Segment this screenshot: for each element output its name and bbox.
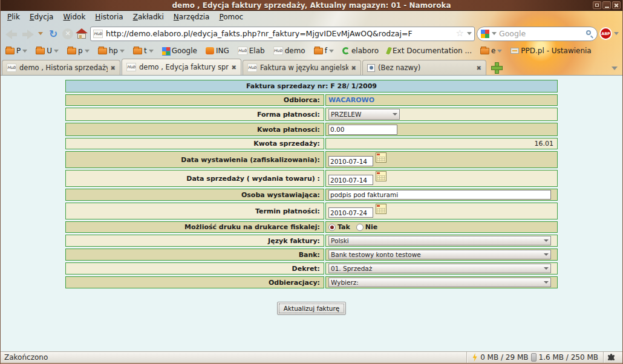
tab-favicon-icon: Hub	[247, 63, 257, 72]
folder-icon	[36, 48, 45, 54]
tab-bez-nazwy[interactable]: (Bez nazwy) ✖	[362, 60, 486, 75]
chevron-down-icon	[85, 50, 90, 53]
elaboro-icon	[342, 47, 350, 54]
tab-favicon-icon: Hub	[7, 63, 16, 72]
location-bar[interactable]: Hub http://demo.elaboro.pl/edycja_fakts.…	[90, 27, 475, 41]
aktualizuj-fakture-button[interactable]: Aktualizuj fakturę	[277, 302, 347, 315]
calendar-icon[interactable]	[376, 152, 387, 163]
form-row-data-wystawienia: Data wystawienia (zafiskalizowania):	[65, 151, 558, 168]
forma-platnosci-select[interactable]: PRZELEW	[328, 109, 400, 120]
network-usage-segment: 0 MB / 29 MB 1.6 MB / 250 MB	[466, 352, 603, 363]
tab-close-icon[interactable]: ✖	[232, 64, 236, 71]
tab-close-icon[interactable]: ✖	[351, 65, 356, 71]
search-go-icon[interactable]	[586, 30, 593, 37]
chevron-down-icon	[149, 50, 154, 53]
bookmark-ext-documentation[interactable]: Ext Documentation ...	[387, 47, 472, 55]
menu-widok[interactable]: Widok	[59, 11, 90, 22]
bookmark-demo[interactable]: Hubdemo	[273, 47, 305, 55]
form-row-odbieracjacy: Odbieracjacy: Wybierz:	[65, 276, 558, 288]
select-arrow-icon	[544, 281, 549, 284]
menu-narzedzia[interactable]: Narzędzia	[169, 11, 214, 22]
menu-pomoc[interactable]: Pomoc	[215, 11, 247, 22]
bookmark-folder-U[interactable]: U	[36, 47, 59, 55]
menu-edycja[interactable]: Edycja	[25, 11, 58, 22]
bookmark-folder-p[interactable]: p	[67, 47, 90, 55]
tab-faktura-angielski[interactable]: Hub Faktura w języku angielskim ... ✖	[243, 60, 361, 75]
bookmark-folder-f[interactable]: f	[314, 47, 334, 55]
window-minimize-button[interactable]	[602, 1, 611, 9]
bookmark-google[interactable]: Google	[162, 47, 197, 55]
history-dropdown-icon[interactable]	[38, 32, 43, 35]
odbieracjacy-select[interactable]: Wybierz:	[328, 278, 551, 287]
search-input[interactable]: Google	[499, 29, 584, 38]
lightning-icon	[472, 353, 478, 362]
window-restore-button[interactable]	[593, 1, 601, 9]
ppd-icon	[510, 48, 519, 54]
chevron-down-icon	[54, 50, 59, 53]
bookmark-folder-e[interactable]: e	[480, 47, 502, 55]
toolbar-overflow-icon[interactable]	[614, 32, 619, 35]
google-icon	[162, 47, 170, 55]
dekret-select[interactable]: 01. Sprzedaż	[328, 264, 551, 273]
jezyk-faktury-select[interactable]: Polski	[328, 236, 551, 245]
new-tab-button[interactable]	[490, 61, 502, 73]
tab-historia-sprzedazy[interactable]: Hub demo , Historia sprzedaży, ... ✖	[2, 60, 120, 75]
forward-button[interactable]	[21, 27, 35, 41]
memory-usage-value: 1.6 MB / 250 MB	[539, 353, 598, 362]
bank-select[interactable]: Bank testowy konto testowe	[328, 250, 551, 259]
site-favicon-icon: Hub	[93, 30, 103, 38]
tab-list-dropdown-icon[interactable]	[612, 67, 618, 70]
bookmark-folder-t[interactable]: t	[133, 47, 154, 55]
bookmark-ing[interactable]: ING	[206, 47, 229, 55]
window-close-button[interactable]	[612, 1, 621, 9]
folder-icon	[67, 48, 76, 54]
home-button[interactable]	[75, 27, 88, 41]
menu-plik[interactable]: Plik	[3, 11, 24, 22]
select-arrow-icon	[544, 239, 549, 242]
location-dropdown-icon[interactable]	[467, 32, 472, 35]
url-text[interactable]: http://demo.elaboro.pl/edycja_fakts.php?…	[106, 29, 453, 38]
invoice-form: Faktura sprzedazy nr: F 28/ 1/2009 Odbio…	[65, 80, 558, 315]
tab-close-icon[interactable]: ✖	[477, 65, 481, 71]
reload-button[interactable]: ↻	[46, 28, 60, 40]
form-row-jezyk-faktury: Język faktury: Polski	[65, 235, 558, 247]
tab-page-icon	[367, 64, 375, 72]
calendar-icon[interactable]	[376, 204, 387, 214]
search-engine-dropdown-icon[interactable]	[492, 32, 497, 35]
google-search-engine-icon[interactable]	[481, 30, 489, 38]
radio-nie[interactable]	[356, 224, 364, 231]
kwota-sprzedazy-value: 16.01	[328, 140, 555, 148]
osoba-wystawiajaca-input[interactable]	[328, 190, 551, 200]
window-titlebar: demo , Edycja faktury sprzedaży, Aktualn…	[1, 0, 622, 11]
data-sprzedazy-input[interactable]	[328, 175, 373, 185]
form-row-druk-fiskalny: Możliość druku na drukarce fiskalej: Tak…	[65, 221, 558, 233]
ing-icon	[206, 47, 214, 54]
bookmark-elaboro[interactable]: elaboro	[342, 47, 379, 55]
memory-icon	[531, 353, 537, 362]
extension-segment[interactable]	[603, 352, 619, 363]
bookmark-star-icon[interactable]: ☆	[456, 29, 464, 38]
calendar-icon[interactable]	[376, 171, 387, 181]
form-row-dekret: Dekret: 01. Sprzedaż	[65, 262, 558, 275]
minimize-icon	[605, 7, 609, 8]
tab-bar: Hub demo , Historia sprzedaży, ... ✖ Hub…	[1, 57, 622, 75]
search-bar[interactable]: Google	[477, 27, 598, 41]
stop-button[interactable]: ✕	[62, 28, 73, 39]
bookmark-folder-P[interactable]: P	[5, 47, 27, 55]
odbiorca-link[interactable]: WACAROWO	[328, 96, 374, 104]
menubar: Plik Edycja Widok Historia Zakładki Narz…	[1, 11, 622, 23]
bookmark-elab[interactable]: HubElab	[238, 47, 265, 55]
menu-zakladki[interactable]: Zakładki	[129, 11, 168, 22]
menu-historia[interactable]: Historia	[91, 11, 127, 22]
adblock-plus-icon[interactable]: ABP	[599, 27, 612, 40]
bookmark-folder-hp[interactable]: hp	[98, 47, 125, 55]
kwota-platnosci-input[interactable]	[328, 125, 397, 135]
tab-close-icon[interactable]: ✖	[111, 65, 116, 71]
back-button[interactable]	[4, 27, 19, 41]
bookmark-ppd-ustawienia[interactable]: PPD.pl - Ustawienia	[510, 47, 591, 55]
data-wystawienia-input[interactable]	[328, 156, 373, 166]
termin-platnosci-input[interactable]	[328, 207, 373, 218]
radio-tak[interactable]	[328, 224, 336, 231]
folder-icon	[5, 48, 15, 54]
tab-edycja-faktury[interactable]: Hub demo , Edycja faktury sprze... ✖	[122, 59, 241, 75]
